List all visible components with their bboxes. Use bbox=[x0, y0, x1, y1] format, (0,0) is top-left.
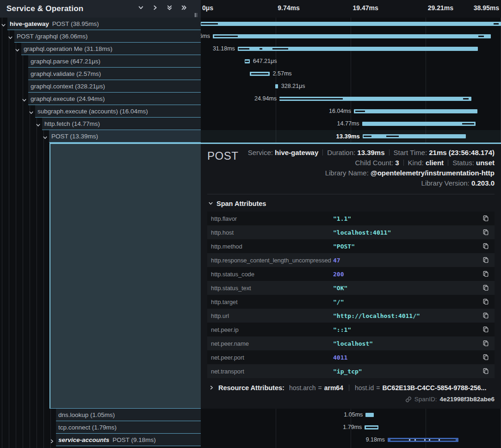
overview-separator bbox=[403, 160, 404, 166]
resource-key: host.arch bbox=[289, 384, 316, 392]
span-name-label: POST /graphql (36.06ms) bbox=[14, 33, 88, 40]
chevron-down-icon[interactable] bbox=[43, 134, 48, 139]
overview-line: Child Count: 3Kind: clientStatus: unset bbox=[248, 158, 495, 168]
copy-icon[interactable] bbox=[482, 299, 489, 305]
child-span-mark bbox=[245, 61, 249, 62]
attribute-row: http.status_code200 bbox=[207, 267, 495, 281]
span-bar[interactable] bbox=[279, 97, 471, 101]
span-tree-row[interactable]: hive-gatewayPOST (38.95ms) bbox=[7, 18, 201, 30]
attribute-key: http.response_content_length_uncompresse… bbox=[211, 257, 333, 264]
span-bar[interactable] bbox=[245, 59, 250, 63]
copy-icon[interactable] bbox=[482, 243, 489, 249]
copy-icon[interactable] bbox=[482, 257, 489, 263]
span-tree-row[interactable]: subgraph.execute (accounts) (16.04ms) bbox=[35, 105, 201, 118]
chevron-down-icon[interactable] bbox=[36, 121, 41, 126]
overview-line: Service: hive-gatewayDuration: 13.39msSt… bbox=[248, 148, 495, 158]
span-name-label: graphql.context (328.21μs) bbox=[28, 83, 105, 90]
trace-body: hive-gatewayPOST (38.95ms)38.95msPOST /g… bbox=[0, 18, 501, 448]
span-bar[interactable] bbox=[388, 438, 458, 442]
overview-label: Service: bbox=[248, 149, 275, 156]
span-bar[interactable] bbox=[250, 72, 270, 76]
span-tree-row[interactable]: graphql.validate (2.57ms) bbox=[28, 68, 201, 80]
copy-icon[interactable] bbox=[482, 215, 489, 222]
child-span-dot bbox=[439, 439, 440, 441]
left-panel-header: Service & Operation bbox=[0, 0, 201, 18]
spanid-footer: SpanID: 4e21998f3b82abe6 bbox=[207, 396, 495, 403]
span-bar[interactable] bbox=[365, 413, 374, 417]
span-tree-row[interactable]: graphql.parse (647.21μs) bbox=[28, 55, 201, 68]
span-bar[interactable] bbox=[363, 134, 466, 138]
timeline-cell: 9.18ms bbox=[201, 434, 501, 446]
child-span-mark bbox=[279, 98, 343, 100]
span-tree-row[interactable]: graphql.execute (24.94ms) bbox=[28, 93, 201, 105]
attribute-key: http.url bbox=[211, 312, 333, 319]
copy-icon[interactable] bbox=[482, 312, 489, 319]
trace-row: subgraph.execute (accounts) (16.04ms)16.… bbox=[0, 105, 501, 118]
tree-cell: subgraph.execute (accounts) (16.04ms) bbox=[0, 105, 201, 118]
copy-icon[interactable] bbox=[482, 326, 489, 333]
chevron-down-icon[interactable] bbox=[22, 96, 27, 101]
span-tree-row[interactable]: tcp.connect (1.79ms) bbox=[56, 421, 201, 434]
detail-divider bbox=[207, 194, 495, 194]
span-tree-row[interactable]: POST /graphql (36.06ms) bbox=[14, 30, 201, 43]
child-span-mark bbox=[494, 23, 499, 25]
timeline-cell: 14.77ms bbox=[201, 118, 501, 130]
copy-icon[interactable] bbox=[482, 354, 489, 361]
span-attributes-toggle[interactable]: Span Attributes bbox=[208, 200, 495, 207]
attribute-key: http.method bbox=[211, 243, 333, 250]
span-tree-row[interactable]: http.fetch (14.77ms) bbox=[42, 118, 201, 130]
chevron-down-icon[interactable] bbox=[1, 21, 6, 26]
chevron-down-icon[interactable] bbox=[15, 46, 20, 51]
span-bar[interactable] bbox=[238, 47, 478, 51]
double-chevron-right-icon[interactable] bbox=[180, 4, 187, 11]
trace-row: hive-gatewayPOST (38.95ms)38.95ms bbox=[0, 18, 501, 30]
copy-icon[interactable] bbox=[482, 229, 489, 236]
span-bar[interactable] bbox=[213, 34, 491, 38]
tree-cell: graphql.execute (24.94ms) bbox=[0, 93, 201, 105]
attribute-value: "1.1" bbox=[333, 215, 482, 222]
span-duration-label: 16.04ms bbox=[329, 108, 351, 114]
span-duration-label: 647.21μs bbox=[253, 58, 277, 64]
chevron-right-icon[interactable] bbox=[152, 4, 158, 11]
span-bar[interactable] bbox=[275, 84, 278, 88]
copy-icon[interactable] bbox=[482, 285, 489, 291]
chevron-down-icon[interactable] bbox=[8, 34, 13, 39]
resource-equals: = bbox=[318, 384, 322, 392]
resource-attributes-row[interactable]: Resource Attributes:host.arch=arm64host.… bbox=[207, 384, 495, 392]
copy-icon[interactable] bbox=[482, 368, 489, 374]
span-tree-row[interactable]: service-accountsPOST (9.18ms) bbox=[56, 434, 201, 446]
panel-resize-handle[interactable] bbox=[195, 13, 197, 17]
chevron-down-icon[interactable] bbox=[29, 109, 34, 114]
chevron-down-icon[interactable] bbox=[137, 4, 144, 11]
span-duration-label: 9.18ms bbox=[366, 436, 385, 443]
link-icon[interactable] bbox=[405, 396, 412, 403]
child-span-mark bbox=[251, 73, 268, 75]
span-bar[interactable] bbox=[354, 109, 477, 113]
span-duration-label: 2.57ms bbox=[273, 70, 292, 77]
attribute-value: "ip_tcp" bbox=[333, 368, 482, 375]
span-bar[interactable] bbox=[362, 122, 476, 126]
span-tree-row[interactable]: graphql.context (328.21μs) bbox=[28, 80, 201, 93]
trace-row: graphql.parse (647.21μs)647.21μs bbox=[0, 55, 501, 68]
child-span-mark bbox=[390, 439, 456, 441]
span-bar[interactable] bbox=[365, 425, 378, 429]
overview-label: Library Name: bbox=[325, 169, 371, 177]
copy-icon[interactable] bbox=[482, 271, 489, 277]
double-chevron-down-icon[interactable] bbox=[166, 4, 173, 11]
span-name-label: graphql.operation Me (31.18ms) bbox=[21, 45, 112, 52]
copy-icon[interactable] bbox=[482, 340, 489, 347]
attribute-key: net.peer.name bbox=[211, 340, 333, 347]
span-bar[interactable] bbox=[201, 22, 501, 26]
attribute-value: 200 bbox=[333, 271, 482, 278]
overview-line: Library Name: @opentelemetry/instrumenta… bbox=[248, 168, 495, 178]
overview-value: 0.203.0 bbox=[471, 179, 495, 187]
span-tree-row[interactable]: graphql.operation Me (31.18ms) bbox=[21, 43, 201, 55]
attribute-row: net.transport"ip_tcp" bbox=[207, 364, 495, 378]
span-tree-row[interactable]: dns.lookup (1.05ms) bbox=[56, 409, 201, 421]
attribute-key: http.flavor bbox=[211, 215, 333, 222]
span-name-label: POST (13.39ms) bbox=[49, 133, 98, 140]
chevron-right-icon[interactable] bbox=[49, 437, 55, 442]
tree-cell: hive-gatewayPOST (38.95ms) bbox=[0, 18, 201, 30]
chevron-down-icon bbox=[208, 200, 213, 207]
span-tree-row[interactable]: POST (13.39ms) bbox=[49, 130, 201, 143]
